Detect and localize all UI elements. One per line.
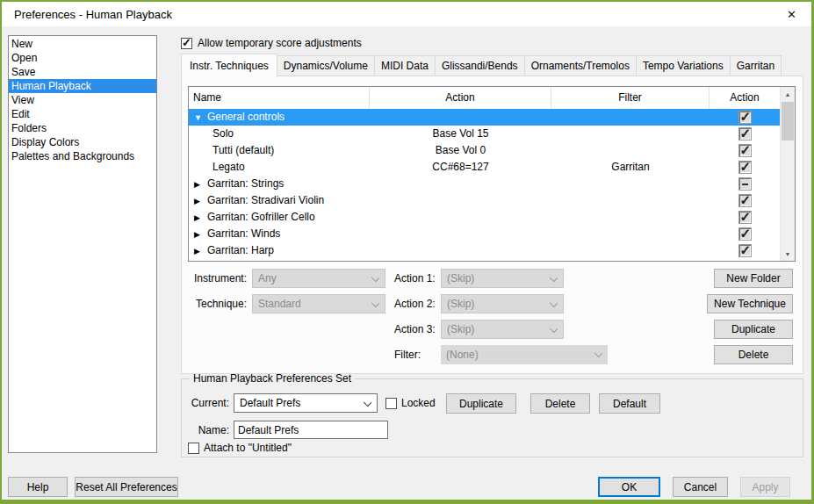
duplicate-technique-button[interactable]: Duplicate [714,320,793,339]
delete-prefs-button[interactable]: Delete [530,393,590,414]
scrollbar-thumb[interactable] [782,102,794,140]
expander-icon[interactable]: ▶ [194,176,207,192]
table-row[interactable]: ▶Garritan: Gofriller Cello [189,209,780,226]
tab[interactable]: Glissandi/Bends [435,55,525,76]
scroll-down-icon[interactable]: ▼ [781,247,795,261]
tab[interactable]: MIDI Data [374,55,436,76]
row-enabled-checkbox[interactable] [738,227,752,241]
category-item[interactable]: Edit [9,107,156,121]
action3-dropdown[interactable]: (Skip) [441,320,564,339]
delete-technique-button[interactable]: Delete [714,345,793,364]
default-prefs-button[interactable]: Default [599,393,660,414]
category-item[interactable]: View [9,93,156,107]
tab-strip: Instr. TechniquesDynamics/VolumeMIDI Dat… [181,54,781,76]
expander-icon[interactable]: ▶ [194,243,207,259]
expander-icon[interactable]: ▶ [194,210,207,226]
dialog-title: Preferences - Human Playback [2,8,172,21]
category-item[interactable]: Palettes and Backgrounds [9,149,156,163]
column-header-action[interactable]: Action [370,87,551,109]
expander-icon[interactable]: ▶ [194,193,207,209]
row-enabled-checkbox[interactable] [738,177,752,191]
row-enabled-checkbox[interactable] [738,244,752,257]
category-list: NewOpenSaveHuman PlaybackViewEditFolders… [8,35,157,453]
action2-dropdown[interactable]: (Skip) [441,294,564,313]
expander-icon[interactable]: ▼ [194,110,207,126]
row-enabled-checkbox[interactable] [738,111,752,124]
tab[interactable]: Instr. Techniques [181,54,277,77]
reset-all-preferences-button[interactable]: Reset All Preferences [75,477,178,497]
table-row[interactable]: ▼General controls [189,109,780,126]
column-header-name[interactable]: Name [189,87,370,109]
locked-label: Locked [401,397,436,409]
tab[interactable]: Garritan [730,55,782,76]
column-header-enabled[interactable]: Action [710,87,780,109]
allow-adjustments-label: Allow temporary score adjustments [198,37,362,49]
allow-adjustments-checkbox[interactable] [181,38,192,49]
row-enabled-checkbox[interactable] [738,127,752,140]
category-item[interactable]: Open [9,51,156,65]
new-technique-button[interactable]: New Technique [707,294,793,313]
prefs-name-input[interactable] [234,421,388,439]
technique-dropdown[interactable]: Standard [252,294,385,313]
action1-dropdown[interactable]: (Skip) [441,269,564,288]
row-filter [551,126,710,142]
row-action [370,109,551,126]
row-action: Base Vol 0 [370,142,551,159]
category-item[interactable]: Display Colors [9,135,156,149]
row-name: Solo [207,127,234,140]
column-header-filter[interactable]: Filter [551,87,710,109]
table-row[interactable]: Legato CC#68=127 Garritan [189,159,780,176]
locked-checkbox[interactable] [385,398,397,409]
name-label: Name: [187,421,229,440]
category-item[interactable]: New [9,37,156,51]
row-name: Garritan: Winds [207,227,280,240]
filter-dropdown[interactable]: (None) [441,345,608,364]
table-row[interactable]: ▶Garritan: Strings [189,176,780,192]
row-filter [551,226,710,242]
expander-icon[interactable]: ▶ [194,227,207,242]
technique-label: Technique: [182,294,247,313]
current-prefs-dropdown[interactable]: Default Prefs [234,393,378,413]
tab[interactable]: Dynamics/Volume [277,55,375,76]
row-action [370,209,551,226]
row-enabled-checkbox[interactable] [738,161,752,174]
tab[interactable]: Tempo Variations [636,55,731,76]
instrument-dropdown[interactable]: Any [252,269,385,288]
scroll-up-icon[interactable]: ▲ [781,87,795,101]
preferences-dialog: Preferences - Human Playback ✕ NewOpenSa… [0,0,814,504]
instr-techniques-panel: Name Action Filter Action ▼General contr… [181,76,803,374]
new-folder-button[interactable]: New Folder [714,269,793,288]
row-enabled-checkbox[interactable] [738,194,752,207]
chevron-down-icon [550,274,558,282]
row-action [370,226,551,242]
row-name: Garritan: Gofriller Cello [207,211,315,223]
row-filter: Garritan [551,159,710,176]
row-name: Garritan: Stradivari Violin [207,194,324,206]
cancel-button[interactable]: Cancel [673,477,728,497]
row-filter [551,242,710,259]
close-icon: ✕ [787,8,796,21]
row-filter [551,176,710,192]
chevron-down-icon [550,325,558,333]
table-row[interactable]: ▶Garritan: Stradivari Violin [189,192,780,209]
row-enabled-checkbox[interactable] [738,211,752,224]
table-scrollbar[interactable]: ▲ ▼ [780,87,795,261]
row-filter [551,209,710,226]
help-button[interactable]: Help [8,477,68,497]
ok-button[interactable]: OK [598,477,660,497]
apply-button: Apply [740,477,790,497]
row-enabled-checkbox[interactable] [738,144,752,157]
category-item[interactable]: Folders [9,121,156,135]
close-button[interactable]: ✕ [772,2,811,26]
category-item[interactable]: Save [9,65,156,79]
tab[interactable]: Ornaments/Tremolos [524,55,637,76]
duplicate-prefs-button[interactable]: Duplicate [446,393,516,414]
table-row[interactable]: ▶Garritan: Winds [189,226,780,242]
attach-checkbox[interactable] [188,443,199,454]
row-name: Tutti (default) [207,144,274,156]
table-row[interactable]: Tutti (default) Base Vol 0 [189,142,780,159]
table-row[interactable]: ▶Garritan: Harp [189,242,780,259]
row-action [370,242,551,259]
table-row[interactable]: Solo Base Vol 15 [189,126,780,142]
category-item[interactable]: Human Playback [9,79,156,93]
